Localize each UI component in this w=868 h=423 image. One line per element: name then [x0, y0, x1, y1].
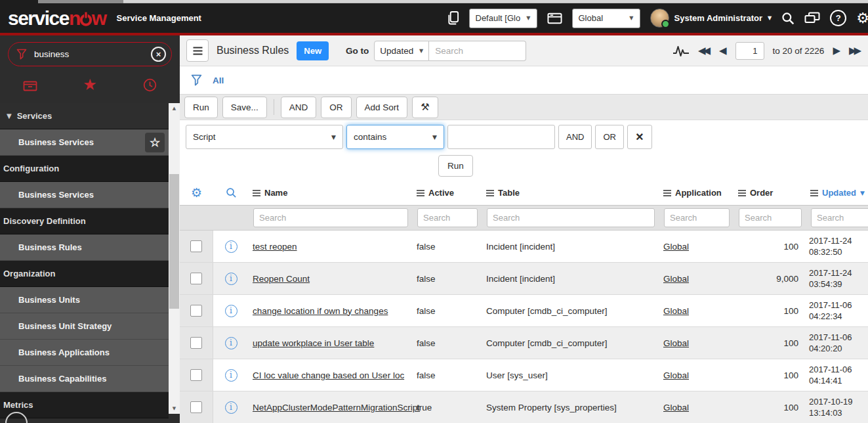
- column-header-updated[interactable]: Updated ▼: [806, 188, 868, 198]
- nav-item-business-capabilities[interactable]: Business Capabilities: [0, 366, 169, 392]
- last-page-button[interactable]: ▶▶: [849, 46, 861, 56]
- stacked-pages-icon[interactable]: [447, 11, 459, 26]
- column-search-toggle-icon[interactable]: [213, 187, 249, 198]
- search-updated-input[interactable]: [811, 208, 868, 227]
- update-set-picker[interactable]: Default [Glo ▼: [469, 9, 537, 28]
- record-preview-info-icon[interactable]: i: [225, 369, 238, 382]
- personalize-list-gear-icon[interactable]: ⚙: [180, 187, 213, 199]
- settings-gear-icon[interactable]: ⚙: [856, 11, 868, 26]
- add-favorite-star-icon[interactable]: ☆: [145, 133, 165, 152]
- breadcrumb-funnel-icon[interactable]: [191, 74, 202, 86]
- goto-field-select[interactable]: Updated ▼: [374, 41, 429, 61]
- row-checkbox[interactable]: [190, 401, 202, 413]
- record-preview-info-icon[interactable]: i: [225, 273, 238, 285]
- column-header-application[interactable]: Application: [659, 188, 734, 198]
- search-table-input[interactable]: [487, 208, 655, 227]
- global-search-icon[interactable]: [781, 12, 795, 25]
- tab-all-applications[interactable]: [0, 79, 60, 91]
- nav-section-metrics[interactable]: Metrics: [0, 392, 169, 418]
- user-menu[interactable]: System Administrator ▼: [650, 9, 772, 28]
- first-page-button[interactable]: ◀◀: [698, 46, 711, 56]
- column-header-active[interactable]: Active: [413, 188, 482, 198]
- application-window-icon[interactable]: [547, 12, 562, 24]
- help-icon[interactable]: ?: [830, 10, 846, 26]
- row-checkbox[interactable]: [190, 240, 202, 252]
- previous-page-button[interactable]: ◀: [719, 46, 727, 56]
- nav-section-discovery-definition[interactable]: Discovery Definition: [0, 208, 169, 234]
- remove-condition-icon[interactable]: ×: [627, 125, 652, 149]
- run-filter-button[interactable]: Run: [184, 97, 218, 118]
- condition-or-button[interactable]: OR: [595, 125, 624, 149]
- breadcrumb-all-link[interactable]: All: [213, 76, 224, 85]
- updated-cell: 2017-11-06 04:14:41: [806, 364, 868, 386]
- active-cell: false: [413, 338, 482, 348]
- condition-run-button[interactable]: Run: [438, 155, 473, 177]
- table-cell: Incident [incident]: [482, 242, 659, 252]
- nav-section-configuration[interactable]: Configuration: [0, 156, 169, 182]
- order-cell: 100: [734, 338, 806, 348]
- row-checkbox[interactable]: [190, 337, 202, 349]
- nav-item-business-units[interactable]: Business Units: [0, 287, 169, 313]
- row-checkbox[interactable]: [190, 305, 202, 317]
- add-sort-button[interactable]: Add Sort: [356, 97, 408, 118]
- nav-item-business-unit-strategy[interactable]: Business Unit Strategy: [0, 313, 169, 340]
- condition-operator-select[interactable]: contains ▼: [346, 125, 444, 149]
- column-header-table[interactable]: Table: [482, 188, 659, 198]
- condition-value-input[interactable]: [447, 125, 555, 149]
- copy-query-gavel-icon[interactable]: ⚒: [412, 97, 438, 118]
- table-row: i test reopen false Incident [incident] …: [180, 231, 868, 263]
- new-button[interactable]: New: [297, 41, 329, 60]
- table-row: i change location if own by changes fals…: [180, 295, 868, 327]
- goto-search-input[interactable]: [429, 41, 526, 61]
- nav-item-business-rules[interactable]: Business Rules: [0, 234, 169, 261]
- next-page-button[interactable]: ▶: [833, 46, 840, 56]
- record-preview-info-icon[interactable]: i: [225, 305, 238, 317]
- search-active-input[interactable]: [417, 208, 478, 227]
- row-checkbox[interactable]: [190, 273, 202, 284]
- scrollbar-thumb[interactable]: [169, 174, 179, 309]
- record-preview-info-icon[interactable]: i: [225, 240, 238, 253]
- page-number-input[interactable]: [735, 42, 764, 60]
- list-context-menu-button[interactable]: [186, 39, 209, 62]
- clear-filter-icon[interactable]: ×: [151, 47, 166, 62]
- row-checkbox[interactable]: [190, 369, 202, 381]
- updated-cell: 2017-10-19 13:14:03: [806, 396, 868, 418]
- or-button[interactable]: OR: [321, 97, 351, 118]
- condition-and-button[interactable]: AND: [558, 125, 592, 149]
- nav-section-organization[interactable]: Organization: [0, 261, 169, 287]
- nav-item-business-services[interactable]: Business Services ☆: [0, 129, 169, 156]
- tab-favorites[interactable]: ★: [60, 77, 119, 93]
- application-scope-value: Global: [579, 13, 604, 23]
- navigator-filter-input[interactable]: [33, 49, 145, 60]
- column-header-order[interactable]: Order: [734, 188, 806, 198]
- update-set-value: Default [Glo: [476, 13, 521, 23]
- search-application-input[interactable]: [664, 208, 730, 227]
- navigator-tabs: ★: [0, 66, 180, 103]
- condition-builder: Script ▼ contains ▼ AND OR × Run: [180, 120, 868, 181]
- condition-field-select[interactable]: Script ▼: [186, 125, 343, 149]
- table-cell: Incident [incident]: [482, 274, 659, 284]
- search-order-input[interactable]: [739, 208, 802, 227]
- active-cell: false: [413, 306, 482, 316]
- column-header-name[interactable]: Name: [249, 188, 413, 198]
- list-activity-icon[interactable]: [672, 45, 690, 57]
- record-preview-info-icon[interactable]: i: [225, 401, 238, 414]
- search-name-input[interactable]: [253, 208, 408, 227]
- scroll-up-arrow[interactable]: ▲: [169, 103, 180, 114]
- servicenow-logo[interactable]: service n w: [8, 9, 106, 28]
- logo-now-text: n w: [69, 9, 106, 28]
- application-scope-picker[interactable]: Global ▼: [572, 9, 640, 28]
- nav-item-business-services-2[interactable]: Business Services: [0, 182, 169, 208]
- tab-history[interactable]: [120, 78, 180, 92]
- nav-item-business-applications[interactable]: Business Applications: [0, 340, 169, 366]
- record-preview-info-icon[interactable]: i: [225, 337, 238, 349]
- order-cell: 9,000: [734, 274, 806, 284]
- sort-descending-icon: ▼: [860, 190, 865, 196]
- nav-section-services[interactable]: ▼ Services: [0, 103, 169, 129]
- connect-chat-icon[interactable]: [804, 12, 820, 25]
- save-filter-button[interactable]: Save...: [222, 97, 267, 118]
- and-button[interactable]: AND: [281, 97, 317, 118]
- chevron-down-icon: ▼: [432, 134, 437, 141]
- scroll-down-arrow[interactable]: ▼: [169, 403, 180, 414]
- sidebar-scrollbar[interactable]: ▲ ▼: [169, 103, 180, 414]
